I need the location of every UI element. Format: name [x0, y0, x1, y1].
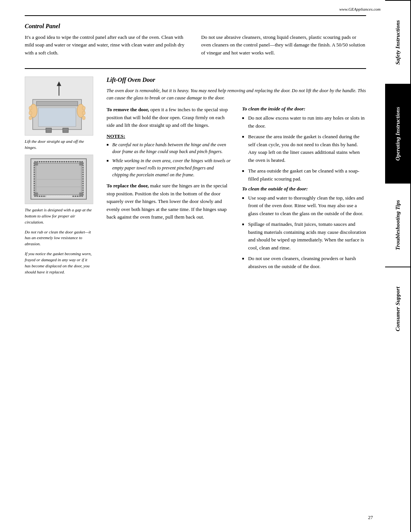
- clean-outside-list: Use soap and water to thoroughly clean t…: [242, 194, 366, 270]
- image2-caption-3: If you notice the gasket becoming worn, …: [25, 251, 93, 275]
- oven-gasket-image: [25, 155, 93, 204]
- control-panel-section: Control Panel It's a good idea to wipe t…: [25, 23, 366, 57]
- svg-rect-25: [79, 192, 83, 196]
- svg-rect-7: [29, 111, 32, 115]
- clean-inside-heading: To clean the inside of the door:: [242, 106, 366, 112]
- left-image-column: Lift the door straight up and off the hi…: [25, 77, 99, 279]
- clean-inside-list: Do not allow excess water to run into an…: [242, 114, 366, 183]
- remove-door-text: To remove the door, open it a few inches…: [107, 106, 231, 129]
- svg-rect-22: [34, 161, 38, 165]
- image1-caption: Lift the door straight up and off the hi…: [25, 139, 93, 151]
- svg-rect-26: [46, 195, 72, 197]
- clean-outside-item-2: Spillage of marinades, fruit juices, tom…: [242, 220, 366, 252]
- clean-inside-item-1: Do not allow excess water to run into an…: [242, 114, 366, 130]
- image2-caption-2: Do not rub or clean the door gasket—it h…: [25, 229, 93, 248]
- top-divider: [25, 15, 366, 16]
- svg-rect-9: [82, 106, 85, 110]
- control-panel-col1: It's a good idea to wipe the control pan…: [25, 34, 190, 57]
- svg-rect-11: [82, 116, 85, 120]
- svg-rect-23: [79, 161, 83, 165]
- tab-troubleshooting-tips[interactable]: Troubleshooting Tips: [385, 183, 411, 267]
- oven-door-image-1: [25, 77, 93, 136]
- page-number: 27: [368, 514, 373, 521]
- svg-rect-14: [46, 128, 51, 133]
- svg-point-5: [77, 104, 84, 118]
- svg-rect-24: [34, 192, 38, 196]
- right-main-columns: To remove the door, open it a few inches…: [107, 106, 366, 273]
- tab-operating-instructions[interactable]: Operating Instructions: [385, 84, 411, 183]
- control-panel-columns: It's a good idea to wipe the control pan…: [25, 34, 366, 57]
- svg-rect-6: [29, 106, 32, 110]
- clean-outside-item-3: Do not use oven cleaners, cleansing powd…: [242, 255, 366, 270]
- control-panel-title: Control Panel: [25, 23, 366, 30]
- clean-outside-item-1: Use soap and water to thoroughly clean t…: [242, 194, 366, 217]
- section-divider: [25, 68, 366, 69]
- right-content-column: Lift-Off Oven Door The oven door is remo…: [107, 77, 366, 279]
- svg-rect-10: [82, 111, 85, 115]
- svg-rect-2: [37, 101, 78, 106]
- svg-rect-3: [38, 108, 76, 126]
- svg-rect-15: [63, 128, 68, 133]
- clean-inside-item-2: Because the area inside the gasket is cl…: [242, 133, 366, 164]
- control-panel-col2: Do not use abrasive cleansers, strong li…: [201, 34, 366, 57]
- replace-door-text: To replace the door, make sure the hinge…: [107, 182, 231, 221]
- lift-off-section: Lift the door straight up and off the hi…: [25, 77, 366, 279]
- note-item-2: While working in the oven area, cover th…: [107, 157, 231, 178]
- clean-inside-item-3: The area outside the gasket can be clean…: [242, 167, 366, 183]
- side-tabs: Safety Instructions Operating Instructio…: [385, 0, 411, 532]
- main-content: Control Panel It's a good idea to wipe t…: [0, 0, 385, 302]
- clean-outside-heading: To clean the outside of the door:: [242, 186, 366, 192]
- lift-off-intro: The oven door is removable, but it is he…: [107, 87, 366, 102]
- image2-caption-1: The gasket is designed with a gap at the…: [25, 207, 93, 225]
- tab-empty: [385, 350, 411, 532]
- tab-safety-instructions[interactable]: Safety Instructions: [385, 0, 411, 84]
- svg-rect-8: [29, 116, 32, 120]
- svg-point-4: [30, 104, 37, 118]
- note-item-1: Be careful not to place hands between th…: [107, 141, 231, 155]
- lift-off-title: Lift-Off Oven Door: [107, 77, 366, 83]
- svg-rect-18: [36, 163, 81, 195]
- mid-column: To remove the door, open it a few inches…: [107, 106, 231, 273]
- notes-list: Be careful not to place hands between th…: [107, 141, 231, 178]
- tab-consumer-support[interactable]: Consumer Support: [385, 267, 411, 350]
- far-right-column: To clean the inside of the door: Do not …: [242, 106, 366, 273]
- notes-heading: NOTES:: [107, 133, 231, 139]
